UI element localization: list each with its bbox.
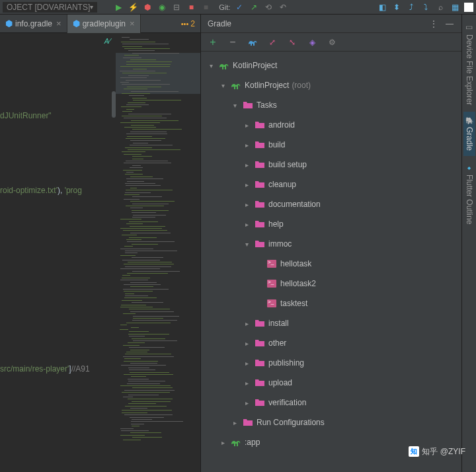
chevron-right-icon[interactable]: ▸: [242, 221, 251, 228]
sidetab-device-explorer[interactable]: ▭Device File Explorer: [463, 17, 475, 110]
tree-label: tasktest: [280, 299, 307, 308]
chevron-right-icon[interactable]: ▸: [230, 419, 239, 426]
folder-icon: [254, 358, 266, 368]
folder-icon: [254, 200, 266, 209]
tree-item-kotlinproject[interactable]: ▾KotlinProject (root): [201, 75, 461, 95]
tb-icon3[interactable]: ⤴: [406, 2, 416, 13]
git-revert-icon[interactable]: ↶: [278, 2, 288, 13]
collapse-all-icon[interactable]: ⤡: [287, 37, 298, 48]
tree-label: publishing: [268, 358, 304, 368]
tb-icon1[interactable]: ◧: [377, 2, 387, 13]
code-text: dJUnitRunner": [0, 111, 52, 120]
panel-options-icon[interactable]: ⋮: [428, 19, 439, 29]
attach-icon[interactable]: ⊟: [171, 2, 182, 13]
tree-item-tasktest[interactable]: tasktest: [201, 294, 461, 313]
tree-item-build[interactable]: ▸build: [201, 135, 461, 155]
stop2-icon[interactable]: ■: [200, 2, 211, 13]
panel-header: Gradle ⋮ —: [201, 15, 461, 33]
chevron-down-icon[interactable]: ▾: [218, 82, 227, 89]
tree-item-hellotask[interactable]: hellotask: [201, 254, 461, 274]
tree-label: hellotask: [280, 259, 311, 268]
tree-item-publishing[interactable]: ▸publishing: [201, 353, 461, 373]
editor-tabs: ⬢ info.gradle × ⬢ gradleplugin × ••• 2: [0, 15, 200, 33]
settings-icon[interactable]: ⚙: [327, 37, 337, 48]
chevron-right-icon[interactable]: ▸: [242, 340, 251, 347]
chevron-right-icon[interactable]: ▸: [242, 181, 251, 188]
tree-label: build setup: [268, 160, 307, 169]
tree-item-install[interactable]: ▸install: [201, 313, 461, 333]
main-area: ⬢ info.gradle × ⬢ gradleplugin × ••• 2 A…: [0, 15, 476, 472]
git-commit-icon[interactable]: ↗: [249, 2, 259, 13]
profile-icon[interactable]: ◉: [157, 2, 167, 13]
close-icon[interactable]: ×: [56, 19, 61, 28]
expand-all-icon[interactable]: ⤢: [267, 37, 278, 48]
panel-minimize-icon[interactable]: —: [444, 19, 455, 29]
tree-label: verification: [268, 398, 306, 407]
chevron-right-icon[interactable]: ▸: [242, 320, 251, 327]
tree-suffix: (root): [292, 81, 311, 90]
tree-item-immoc[interactable]: ▾immoc: [201, 234, 461, 254]
config-dropdown[interactable]: OJECT [DOVARIANTS] ▾: [3, 2, 97, 13]
git-history-icon[interactable]: ⟲: [263, 2, 274, 13]
folder-icon: [254, 338, 266, 348]
tab-label: gradleplugin: [83, 19, 126, 28]
tree-label: hellotask2: [280, 279, 316, 288]
close-icon[interactable]: ×: [130, 19, 135, 28]
tree-item-upload[interactable]: ▸upload: [201, 373, 461, 393]
folder-icon: [254, 180, 266, 189]
chevron-right-icon[interactable]: ▸: [242, 201, 251, 208]
search-icon[interactable]: ⌕: [435, 2, 446, 13]
tree-item-android[interactable]: ▸android: [201, 115, 461, 135]
chevron-down-icon[interactable]: ▾: [206, 62, 216, 69]
chevron-right-icon[interactable]: ▸: [218, 439, 227, 446]
git-update-icon[interactable]: ✓: [234, 2, 245, 13]
coverage-icon[interactable]: ⬢: [142, 2, 153, 13]
chevron-right-icon[interactable]: ▸: [242, 360, 251, 367]
tab-gradleplugin[interactable]: ⬢ gradleplugin ×: [67, 15, 141, 33]
tabs-overflow[interactable]: ••• 2: [181, 19, 200, 28]
tree-item-other[interactable]: ▸other: [201, 333, 461, 353]
stop-icon[interactable]: ■: [186, 2, 196, 13]
tree-item-run-configurations[interactable]: ▸Run Configurations: [201, 413, 461, 432]
gradle-tree[interactable]: ▾KotlinProject▾KotlinProject (root)▾Task…: [201, 52, 461, 472]
debug-icon[interactable]: ⚡: [128, 2, 138, 13]
tree-item-build-setup[interactable]: ▸build setup: [201, 155, 461, 175]
run-icon[interactable]: ▶: [113, 2, 124, 13]
tree-label: :app: [245, 438, 260, 447]
tree-item-tasks[interactable]: ▾Tasks: [201, 95, 461, 115]
font-indicator-icon: A⁄: [104, 37, 110, 45]
tree-item-verification[interactable]: ▸verification: [201, 393, 461, 413]
tree-item-cleanup[interactable]: ▸cleanup: [201, 175, 461, 194]
chevron-right-icon[interactable]: ▸: [242, 161, 251, 169]
tb-icon4[interactable]: ⤵: [420, 2, 431, 13]
panel-title: Gradle: [208, 19, 231, 28]
tb-grid-icon[interactable]: ▦: [450, 2, 460, 13]
tree-label: KotlinProject: [233, 61, 277, 70]
tree-item-help[interactable]: ▸help: [201, 214, 461, 234]
tree-item-hellotask2[interactable]: hellotask2: [201, 274, 461, 294]
offline-icon[interactable]: ◈: [307, 37, 317, 48]
chevron-right-icon[interactable]: ▸: [242, 379, 251, 387]
remove-icon[interactable]: −: [227, 37, 238, 48]
gradle-panel: Gradle ⋮ — + − ⤢ ⤡ ◈ ⚙ ▾KotlinProject▾Ko…: [200, 15, 461, 472]
tb-white-icon[interactable]: [464, 3, 473, 12]
editor-body[interactable]: A⁄ dJUnitRunner" roid-optimize.txt'), 'p…: [0, 33, 200, 472]
chevron-right-icon[interactable]: ▸: [242, 122, 251, 129]
tree-item-kotlinproject[interactable]: ▾KotlinProject: [201, 56, 461, 75]
refresh-gradle-icon[interactable]: [247, 37, 258, 48]
chevron-right-icon[interactable]: ▸: [242, 399, 251, 407]
tb-icon2[interactable]: ⬍: [391, 2, 402, 13]
code-text: roid-optimize.txt': [0, 186, 58, 195]
code-text: src/main/res-player': [0, 364, 69, 374]
chevron-down-icon[interactable]: ▾: [242, 241, 251, 248]
chevron-down-icon[interactable]: ▾: [230, 102, 239, 109]
add-icon[interactable]: +: [208, 37, 218, 48]
minimap-scrollbar[interactable]: [112, 91, 116, 118]
task-icon: [266, 279, 278, 288]
chevron-right-icon[interactable]: ▸: [242, 141, 251, 149]
tab-info-gradle[interactable]: ⬢ info.gradle ×: [0, 15, 67, 33]
sidetab-flutter[interactable]: ⬥Flutter Outline: [463, 157, 475, 229]
minimap[interactable]: [116, 33, 200, 472]
tree-item-documentation[interactable]: ▸documentation: [201, 194, 461, 214]
sidetab-gradle[interactable]: 🐘Gradle: [463, 112, 475, 156]
